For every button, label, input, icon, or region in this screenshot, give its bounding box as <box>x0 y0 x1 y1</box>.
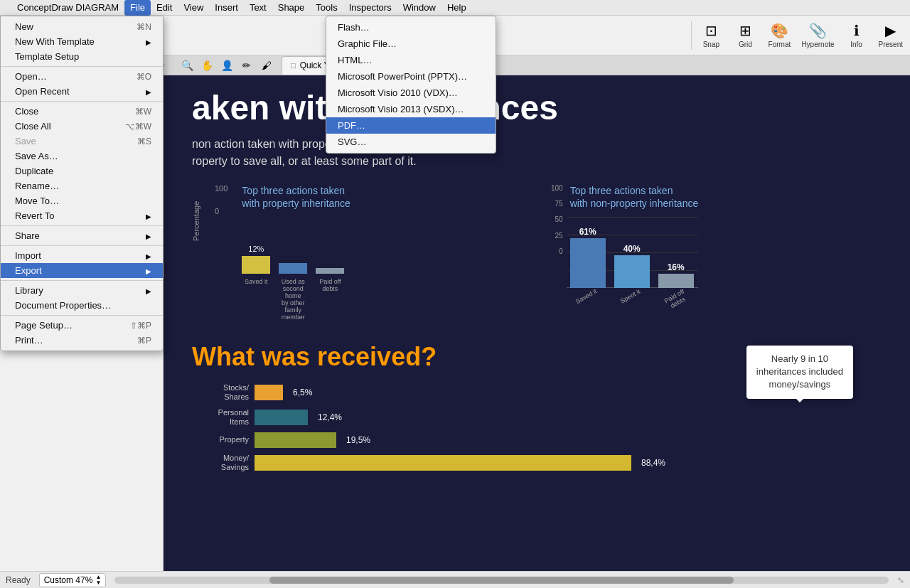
menu-save-as[interactable]: Save As… <box>1 149 163 164</box>
menu-open[interactable]: Open… ⌘O <box>1 69 163 84</box>
canvas-description: non action taken with property inheritan… <box>192 136 882 170</box>
hbar-stocks-pct: 6,5% <box>293 387 312 397</box>
export-vdx[interactable]: Microsoft Visio 2010 (VDX)… <box>326 85 496 101</box>
bar-1-rect <box>242 256 270 274</box>
right-chart-yaxis: 100 75 50 25 0 <box>551 184 563 255</box>
arrow-icon <box>146 285 151 296</box>
right-bar-3-pct: 16% <box>668 262 685 272</box>
arrow-icon <box>146 86 151 97</box>
present-icon: ▶ <box>885 22 896 39</box>
zoom-arrows[interactable]: ▲ ▼ <box>95 574 101 586</box>
bar-2-label: Used assecond homeby otherfamilymember <box>279 278 307 321</box>
menu-revert-to[interactable]: Revert To <box>1 208 163 223</box>
menubar-inspectors[interactable]: Inspectors <box>343 0 397 16</box>
right-bar-2-rect <box>614 255 650 288</box>
hbar-stocks-bar <box>255 385 283 400</box>
export-html[interactable]: HTML… <box>326 52 496 68</box>
hbar-personal: PersonalItems 12,4% <box>192 408 882 427</box>
pencil-tool[interactable]: ✏ <box>237 56 256 75</box>
hbar-personal-bar <box>255 410 308 425</box>
menubar-edit[interactable]: Edit <box>151 0 178 16</box>
hbar-stocks-label: Stocks/Shares <box>192 383 249 402</box>
menu-new[interactable]: New ⌘N <box>1 19 163 34</box>
left-chart-title: Top three actions takenwith property inh… <box>242 184 350 210</box>
menu-move-to[interactable]: Move To… <box>1 193 163 208</box>
toolbar-info[interactable]: ℹ Info <box>840 19 873 51</box>
user-tool[interactable]: 👤 <box>218 56 236 75</box>
brush-tool[interactable]: 🖌 <box>257 56 276 75</box>
export-pdf[interactable]: PDF… <box>326 117 496 134</box>
menu-separator-3 <box>1 225 163 226</box>
present-label: Present <box>879 41 903 48</box>
menu-page-setup[interactable]: Page Setup… ⇧⌘P <box>1 318 163 333</box>
menu-document-properties[interactable]: Document Properties… <box>1 298 163 313</box>
left-chart-ylabel: Percentage <box>192 184 200 241</box>
right-bar-labels: Saved it Spent it Paid off debts <box>570 292 699 306</box>
bar-2-rect <box>279 263 307 274</box>
menubar-window[interactable]: Window <box>397 0 441 16</box>
menu-separator-5 <box>1 280 163 281</box>
resize-corner-icon: ⤡ <box>897 575 904 585</box>
export-graphic-file[interactable]: Graphic File… <box>326 36 496 52</box>
right-bar-2: 40% <box>614 244 650 288</box>
left-bar-labels: Saved it Used assecond homeby otherfamil… <box>242 278 350 321</box>
toolbar-hypernote[interactable]: 📎 Hypernote <box>797 19 838 51</box>
menu-close-all[interactable]: Close All ⌥⌘W <box>1 119 163 134</box>
menubar-app-name[interactable]: ConceptDraw DIAGRAM <box>11 0 124 16</box>
hbar-property-bar <box>255 432 336 448</box>
doc-icon: □ <box>291 61 296 70</box>
menubar-view[interactable]: View <box>178 0 209 16</box>
menu-new-with-template[interactable]: New With Template <box>1 34 163 49</box>
menu-print[interactable]: Print… ⌘P <box>1 333 163 348</box>
export-pptx[interactable]: Microsoft PowerPoint (PPTX)… <box>326 68 496 85</box>
bar-1-label: Saved it <box>242 278 270 321</box>
pan-tool[interactable]: ✋ <box>198 56 216 75</box>
menu-separator-4 <box>1 245 163 246</box>
menu-open-recent[interactable]: Open Recent <box>1 84 163 99</box>
menubar-file[interactable]: File <box>124 0 151 16</box>
zoom-control[interactable]: Custom 47% ▲ ▼ <box>39 573 107 587</box>
export-svg[interactable]: SVG… <box>326 134 496 150</box>
zoom-tool[interactable]: 🔍 <box>178 56 196 75</box>
menu-duplicate[interactable]: Duplicate <box>1 164 163 178</box>
arrow-icon <box>146 210 151 221</box>
menu-library[interactable]: Library <box>1 283 163 298</box>
menubar-help[interactable]: Help <box>441 0 472 16</box>
bar-3-label: Paid off debts <box>316 278 344 321</box>
export-vsdx[interactable]: Microsoft Visio 2013 (VSDX)… <box>326 101 496 117</box>
info-label: Info <box>850 41 862 48</box>
menu-export[interactable]: Export <box>1 263 163 278</box>
export-submenu: Flash… Graphic File… HTML… Microsoft Pow… <box>326 16 496 154</box>
menubar-insert[interactable]: Insert <box>209 0 244 16</box>
snap-icon: ⊡ <box>705 22 717 39</box>
menu-rename[interactable]: Rename… <box>1 178 163 193</box>
bar-3-rect <box>316 268 344 274</box>
format-icon: 🎨 <box>771 22 788 39</box>
right-bar-1-rect <box>570 238 606 288</box>
menubar-shape[interactable]: Shape <box>272 0 311 16</box>
menu-share[interactable]: Share <box>1 228 163 243</box>
arrow-icon <box>146 265 151 276</box>
bar-1: 12% <box>242 245 270 274</box>
toolbar-format[interactable]: 🎨 Format <box>763 19 796 51</box>
horizontal-scrollbar[interactable] <box>114 577 889 584</box>
right-bar-3-label: Paid off debts <box>657 284 695 314</box>
toolbar-present[interactable]: ▶ Present <box>874 19 907 51</box>
menu-close[interactable]: Close ⌘W <box>1 104 163 119</box>
right-bar-3: 16% <box>658 262 694 288</box>
menu-import[interactable]: Import <box>1 248 163 263</box>
chart-left: Percentage 100 0 Top three actions taken… <box>192 184 523 321</box>
hypernote-icon: 📎 <box>809 22 827 39</box>
export-flash[interactable]: Flash… <box>326 19 496 36</box>
hbar-personal-label: PersonalItems <box>192 408 249 427</box>
right-chart-title: Top three actions takenwith non-property… <box>570 184 699 210</box>
menu-template-setup[interactable]: Template Setup <box>1 49 163 64</box>
menubar-text[interactable]: Text <box>244 0 272 16</box>
toolbar-snap[interactable]: ⊡ Snap <box>695 19 727 51</box>
left-chart-100: 100 <box>215 184 228 193</box>
toolbar-grid[interactable]: ⊞ Grid <box>729 19 761 51</box>
right-bar-1-pct: 61% <box>579 227 596 237</box>
charts-row: Percentage 100 0 Top three actions taken… <box>192 184 882 321</box>
menubar-tools[interactable]: Tools <box>310 0 343 16</box>
menu-save[interactable]: Save ⌘S <box>1 134 163 149</box>
